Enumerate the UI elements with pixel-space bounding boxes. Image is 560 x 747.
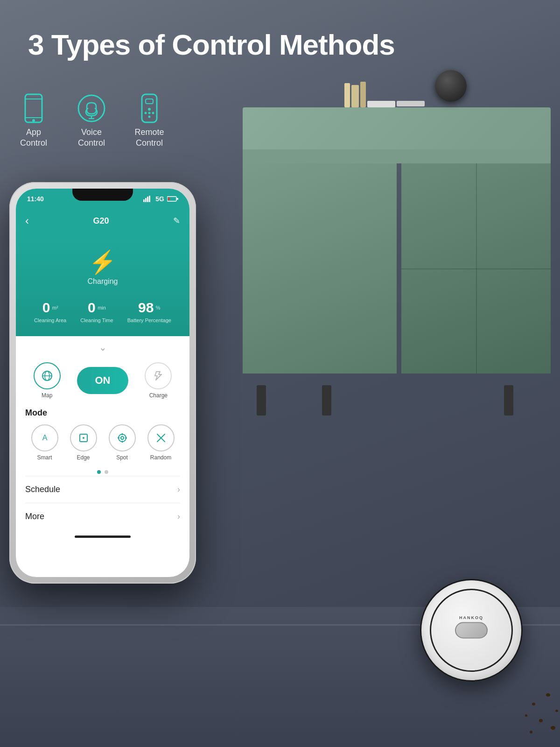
status-time: 11:40 bbox=[27, 195, 44, 203]
voice-control-label: VoiceControl bbox=[78, 127, 105, 149]
svg-point-3 bbox=[32, 119, 35, 122]
voice-control-item: VoiceControl bbox=[77, 93, 106, 149]
page-dots bbox=[25, 465, 180, 476]
charging-status-label: Charging bbox=[88, 277, 118, 286]
svg-point-28 bbox=[119, 434, 126, 442]
app-header-section: ⚡ Charging 0 m² Cleaning Area bbox=[16, 233, 189, 336]
schedule-row[interactable]: Schedule › bbox=[25, 476, 180, 503]
charging-area: ⚡ Charging bbox=[27, 242, 178, 295]
app-device-name: G20 bbox=[93, 216, 109, 226]
svg-rect-15 bbox=[143, 199, 145, 202]
mode-section: Mode A Smart bbox=[25, 401, 180, 465]
svg-rect-21 bbox=[168, 197, 170, 200]
more-row[interactable]: More › bbox=[25, 503, 180, 530]
charge-svg bbox=[153, 371, 163, 381]
smart-mode-label: Smart bbox=[37, 454, 52, 461]
charging-bolt-icon: ⚡ bbox=[89, 251, 117, 274]
map-button[interactable]: Map bbox=[34, 362, 61, 399]
edge-mode-label: Edge bbox=[77, 454, 90, 461]
svg-point-27 bbox=[83, 437, 84, 439]
edit-button[interactable]: ✎ bbox=[173, 216, 180, 226]
svg-rect-9 bbox=[146, 99, 153, 104]
svg-point-13 bbox=[148, 116, 151, 118]
svg-rect-17 bbox=[147, 197, 148, 202]
on-button[interactable]: ON bbox=[77, 367, 128, 394]
control-methods-section: AppControl VoiceControl bbox=[19, 93, 164, 149]
network-type: 5G bbox=[155, 195, 164, 203]
schedule-arrow: › bbox=[177, 485, 180, 494]
phone-screen: 11:40 5G bbox=[16, 189, 189, 577]
svg-rect-16 bbox=[145, 198, 147, 202]
back-button[interactable]: ‹ bbox=[25, 214, 29, 227]
smart-mode-icon: A bbox=[31, 424, 58, 451]
on-label: ON bbox=[95, 374, 110, 387]
battery-percentage-stat: 98 % Battery Percentage bbox=[127, 300, 171, 323]
smart-mode-item[interactable]: A Smart bbox=[31, 424, 58, 461]
mode-icons-row: A Smart bbox=[25, 424, 180, 461]
cleaning-time-stat: 0 min Cleaning Time bbox=[80, 300, 113, 323]
on-button-area[interactable]: ON bbox=[77, 367, 128, 394]
battery-icon bbox=[167, 196, 178, 202]
cleaning-time-label: Cleaning Time bbox=[80, 317, 113, 323]
svg-point-11 bbox=[145, 112, 147, 114]
svg-point-10 bbox=[148, 108, 151, 111]
phone-notch bbox=[72, 189, 133, 201]
signal-icon bbox=[143, 196, 153, 202]
robot-vacuum: HANKOQ bbox=[420, 579, 523, 682]
smart-svg: A bbox=[39, 432, 50, 444]
mode-section-title: Mode bbox=[25, 408, 180, 418]
spot-svg bbox=[117, 432, 128, 444]
svg-point-12 bbox=[152, 112, 154, 114]
map-icon bbox=[34, 362, 61, 389]
battery-value: 98 % bbox=[127, 300, 171, 316]
cleaning-time-unit: min bbox=[98, 305, 106, 310]
svg-rect-18 bbox=[149, 196, 150, 202]
status-right: 5G bbox=[143, 195, 178, 203]
cleaning-area-stat: 0 m² Cleaning Area bbox=[34, 300, 66, 323]
spot-mode-item[interactable]: Spot bbox=[109, 424, 136, 461]
svg-point-29 bbox=[121, 437, 124, 439]
battery-label: Battery Percentage bbox=[127, 317, 171, 323]
chevron-down-icon[interactable]: ⌄ bbox=[25, 336, 180, 359]
home-bar-line bbox=[75, 536, 131, 538]
svg-text:A: A bbox=[42, 434, 47, 442]
spot-mode-label: Spot bbox=[116, 454, 128, 461]
more-label: More bbox=[25, 512, 44, 521]
page-header: 3 Types of Control Methods bbox=[28, 28, 395, 61]
map-label: Map bbox=[42, 392, 52, 399]
charge-button[interactable]: Charge bbox=[145, 362, 172, 399]
random-mode-item[interactable]: Random bbox=[147, 424, 175, 461]
more-arrow: › bbox=[177, 512, 180, 521]
phone-frame: 11:40 5G bbox=[9, 182, 196, 584]
random-svg bbox=[155, 432, 167, 444]
cabinet bbox=[243, 107, 551, 388]
stats-row: 0 m² Cleaning Area 0 min Cleaning Time bbox=[27, 300, 178, 323]
app-control-label: AppControl bbox=[20, 127, 47, 149]
cleaning-time-value: 0 min bbox=[80, 300, 113, 316]
charge-label: Charge bbox=[149, 392, 168, 399]
app-topbar: ‹ G20 ✎ bbox=[16, 209, 189, 233]
edge-svg bbox=[78, 432, 89, 444]
vacuum-brand-text: HANKOQ bbox=[459, 615, 483, 620]
cleaning-area-unit: m² bbox=[52, 305, 58, 310]
random-mode-icon bbox=[147, 424, 175, 451]
map-svg bbox=[41, 370, 53, 382]
app-white-section: ⌄ Map bbox=[16, 336, 189, 530]
phone-icon bbox=[19, 93, 49, 123]
page-title: 3 Types of Control Methods bbox=[28, 28, 395, 61]
remote-control-item: RemoteControl bbox=[134, 93, 164, 149]
spot-mode-icon bbox=[109, 424, 136, 451]
voice-icon bbox=[77, 93, 106, 123]
edge-mode-item[interactable]: Edge bbox=[70, 424, 97, 461]
svg-point-14 bbox=[148, 112, 151, 114]
cleaning-area-label: Cleaning Area bbox=[34, 317, 66, 323]
app-control-item: AppControl bbox=[19, 93, 49, 149]
home-bar bbox=[16, 530, 189, 545]
schedule-label: Schedule bbox=[25, 485, 60, 494]
dot-1 bbox=[97, 470, 101, 474]
cleaning-area-value: 0 m² bbox=[34, 300, 66, 316]
control-buttons-row: Map ON bbox=[25, 359, 180, 401]
remote-icon bbox=[134, 93, 164, 123]
edge-mode-icon bbox=[70, 424, 97, 451]
remote-control-label: RemoteControl bbox=[134, 127, 164, 149]
